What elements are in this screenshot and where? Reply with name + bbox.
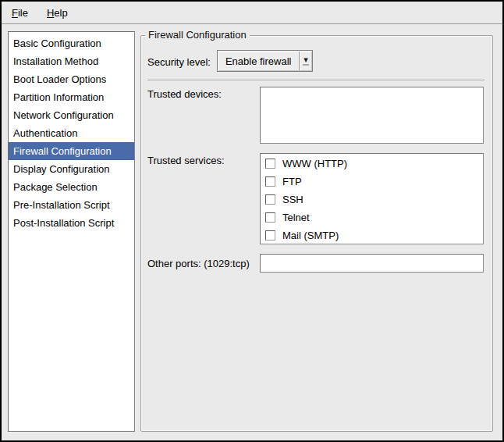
- other-ports-label: Other ports: (1029:tcp): [147, 258, 260, 269]
- security-level-select[interactable]: Enable firewall ▾: [217, 50, 313, 72]
- firewall-configuration-frame: Firewall Configuration Security level: E…: [140, 35, 493, 432]
- service-label: Telnet: [282, 212, 310, 223]
- sidebar-item-post-installation-script[interactable]: Post-Installation Script: [9, 214, 134, 232]
- service-row-www-http[interactable]: WWW (HTTP): [265, 155, 483, 173]
- trusted-services-list: WWW (HTTP) FTP SSH Telnet: [260, 153, 484, 244]
- horizontal-separator: [147, 80, 484, 81]
- checkbox-telnet[interactable]: [265, 212, 275, 223]
- sidebar-item-boot-loader-options[interactable]: Boot Loader Options: [9, 70, 134, 88]
- security-level-row: Security level: Enable firewall ▾: [147, 50, 484, 72]
- security-level-value: Enable firewall: [218, 55, 300, 67]
- frame-title: Firewall Configuration: [145, 29, 250, 41]
- dropdown-arrow-icon: ▾: [300, 56, 312, 66]
- service-row-telnet[interactable]: Telnet: [265, 209, 483, 226]
- service-label: SSH: [282, 194, 303, 205]
- sidebar-item-authentication[interactable]: Authentication: [9, 124, 134, 142]
- menu-file[interactable]: File: [10, 5, 30, 20]
- service-row-ssh[interactable]: SSH: [265, 191, 483, 209]
- firewall-form: Trusted devices: Trusted services: WWW (…: [147, 87, 484, 273]
- kickstart-configurator-window: File Help Basic Configuration Installati…: [0, 0, 504, 442]
- sidebar-item-partition-information[interactable]: Partition Information: [9, 88, 134, 106]
- trusted-services-label: Trusted services:: [147, 153, 260, 244]
- sidebar-item-installation-method[interactable]: Installation Method: [9, 52, 134, 70]
- security-level-label: Security level:: [147, 55, 211, 68]
- menubar: File Help: [2, 2, 502, 24]
- section-list: Basic Configuration Installation Method …: [8, 31, 135, 432]
- trusted-devices-label: Trusted devices:: [147, 87, 260, 144]
- checkbox-ssh[interactable]: [265, 194, 275, 205]
- trusted-devices-list[interactable]: [260, 87, 484, 144]
- checkbox-www-http[interactable]: [265, 159, 275, 169]
- other-ports-input[interactable]: [260, 254, 484, 273]
- service-label: Mail (SMTP): [282, 230, 339, 241]
- service-row-ftp[interactable]: FTP: [265, 173, 483, 191]
- checkbox-ftp[interactable]: [265, 176, 275, 187]
- other-ports-field-wrap: [260, 254, 484, 273]
- sidebar-item-basic-configuration[interactable]: Basic Configuration: [9, 34, 134, 52]
- checkbox-mail-smtp[interactable]: [265, 230, 275, 241]
- sidebar-item-firewall-configuration[interactable]: Firewall Configuration: [9, 142, 134, 160]
- sidebar-item-display-configuration[interactable]: Display Configuration: [9, 160, 134, 178]
- main-area: Basic Configuration Installation Method …: [2, 24, 502, 440]
- sidebar-item-network-configuration[interactable]: Network Configuration: [9, 106, 134, 124]
- menu-help[interactable]: Help: [45, 5, 69, 20]
- sidebar-item-pre-installation-script[interactable]: Pre-Installation Script: [9, 196, 134, 214]
- service-row-mail-smtp[interactable]: Mail (SMTP): [265, 226, 483, 244]
- sidebar-item-package-selection[interactable]: Package Selection: [9, 178, 134, 196]
- service-label: WWW (HTTP): [282, 158, 347, 169]
- service-label: FTP: [282, 176, 302, 187]
